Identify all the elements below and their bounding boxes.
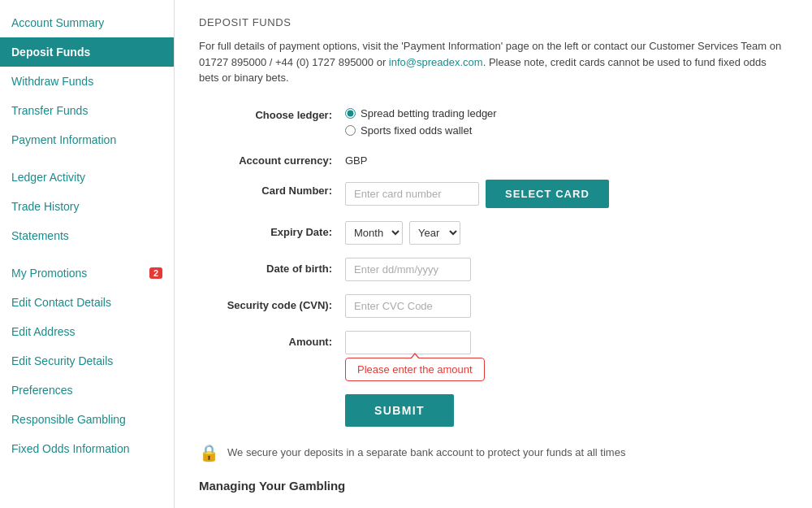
year-select[interactable]: Year 2024202520262027 2028202920302031 2…: [409, 221, 460, 245]
currency-value: GBP: [345, 150, 367, 167]
sidebar-item-payment-information[interactable]: Payment Information: [0, 125, 174, 154]
month-select[interactable]: Month 01020304 05060708 09101112: [345, 221, 403, 245]
card-number-row: Card Number: SELECT CARD: [199, 180, 784, 208]
cvn-input[interactable]: [345, 294, 471, 318]
page-title: DEPOSIT FUNDS: [199, 16, 788, 28]
sidebar-item-edit-contact-details[interactable]: Edit Contact Details: [0, 288, 174, 317]
main-content: DEPOSIT FUNDS For full details of paymen…: [175, 0, 812, 508]
sidebar-item-statements[interactable]: Statements: [0, 221, 174, 250]
dob-input[interactable]: [345, 258, 471, 281]
ledger-label: Choose ledger:: [199, 104, 345, 121]
ledger-option1[interactable]: Spread betting trading ledger: [345, 107, 497, 119]
expiry-group: Month 01020304 05060708 09101112 Year 20…: [345, 221, 460, 245]
cvn-label: Security code (CVN):: [199, 294, 345, 311]
sidebar-item-transfer-funds[interactable]: Transfer Funds: [0, 96, 174, 125]
expiry-row: Expiry Date: Month 01020304 05060708 091…: [199, 221, 784, 245]
sidebar-item-ledger-activity[interactable]: Ledger Activity: [0, 163, 174, 192]
ledger-radio2[interactable]: [345, 125, 356, 136]
ledger-row: Choose ledger: Spread betting trading le…: [199, 104, 784, 137]
amount-label: Amount:: [199, 331, 345, 348]
card-number-group: SELECT CARD: [345, 180, 609, 208]
ledger-radio-group: Spread betting trading ledger Sports fix…: [345, 104, 497, 137]
sidebar-item-my-promotions-label: My Promotions: [11, 267, 87, 280]
amount-input[interactable]: [345, 331, 471, 354]
card-number-input[interactable]: [345, 182, 479, 206]
submit-button[interactable]: SUBMIT: [345, 394, 454, 427]
info-paragraph: For full details of payment options, vis…: [199, 38, 784, 86]
amount-row: Amount: Please enter the amount: [199, 331, 784, 381]
sidebar-item-my-promotions[interactable]: My Promotions 2: [0, 258, 174, 288]
ledger-option1-label: Spread betting trading ledger: [361, 107, 497, 119]
sidebar-item-fixed-odds-information[interactable]: Fixed Odds Information: [0, 434, 174, 463]
card-number-label: Card Number:: [199, 180, 345, 197]
sidebar-item-responsible-gambling[interactable]: Responsible Gambling: [0, 405, 174, 434]
sidebar-item-preferences[interactable]: Preferences: [0, 376, 174, 405]
ledger-option2[interactable]: Sports fixed odds wallet: [345, 124, 497, 137]
promotions-badge: 2: [149, 267, 162, 279]
sidebar: Account Summary Deposit Funds Withdraw F…: [0, 0, 175, 508]
select-card-button[interactable]: SELECT CARD: [486, 180, 609, 208]
sidebar-item-withdraw-funds[interactable]: Withdraw Funds: [0, 67, 174, 96]
sidebar-item-edit-security-details[interactable]: Edit Security Details: [0, 346, 174, 376]
sidebar-item-deposit-funds[interactable]: Deposit Funds: [0, 37, 174, 67]
ledger-option2-label: Sports fixed odds wallet: [361, 124, 472, 137]
security-note: 🔒 We secure your deposits in a separate …: [199, 443, 686, 462]
currency-label: Account currency:: [199, 150, 345, 167]
security-note-text: We secure your deposits in a separate ba…: [227, 446, 625, 458]
currency-row: Account currency: GBP: [199, 150, 784, 167]
managing-gambling-title: Managing Your Gambling: [199, 479, 788, 493]
cvn-row: Security code (CVN):: [199, 294, 784, 318]
amount-wrapper: Please enter the amount: [345, 331, 485, 381]
lock-icon: 🔒: [199, 443, 219, 462]
ledger-radio1[interactable]: [345, 108, 356, 119]
amount-error-bubble: Please enter the amount: [345, 358, 485, 381]
dob-row: Date of birth:: [199, 258, 784, 281]
dob-label: Date of birth:: [199, 258, 345, 275]
deposit-form: Choose ledger: Spread betting trading le…: [199, 104, 784, 381]
sidebar-item-account-summary[interactable]: Account Summary: [0, 8, 174, 37]
info-email-link[interactable]: info@spreadex.com: [389, 56, 483, 68]
sidebar-item-edit-address[interactable]: Edit Address: [0, 317, 174, 346]
sidebar-item-trade-history[interactable]: Trade History: [0, 192, 174, 221]
expiry-label: Expiry Date:: [199, 221, 345, 238]
